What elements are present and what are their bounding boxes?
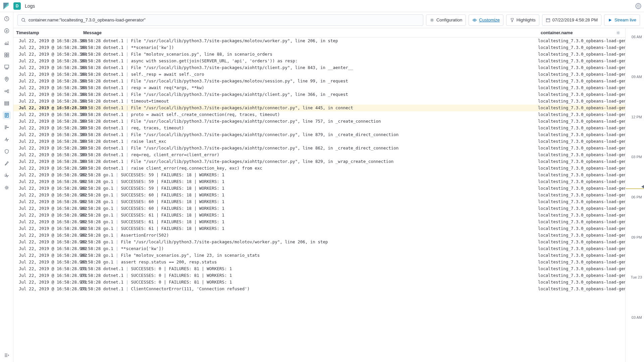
log-message: 20:58:28 dotnet.1 | ClientConnectorError… [80, 286, 538, 292]
log-message: 20:58:28 dotnet.1 | SUCCESSES: 0 | FAILU… [80, 279, 538, 285]
log-row[interactable]: Jul 22, 2019 @ 16:58:28.96220:58:28 go.1… [13, 185, 625, 192]
log-row[interactable]: Jul 22, 2019 @ 16:58:28.96220:58:28 go.1… [13, 219, 625, 225]
minimap-tick: 09 PM [631, 235, 642, 239]
log-row[interactable]: Jul 22, 2019 @ 16:58:28.36820:58:28 dotn… [13, 78, 625, 84]
sidebar-logs-icon[interactable] [3, 111, 11, 119]
sidebar-expand-icon[interactable] [3, 351, 11, 359]
log-row[interactable]: Jul 22, 2019 @ 16:58:28.36820:58:28 dotn… [13, 44, 625, 51]
log-row[interactable]: Jul 22, 2019 @ 16:58:28.97120:58:28 dotn… [13, 279, 625, 286]
sidebar-dashboard-icon[interactable] [3, 51, 11, 59]
log-container-name: localtesting_7.3.0_opbeans-load-gene… [538, 172, 625, 178]
space-badge[interactable]: D [13, 2, 21, 10]
highlights-button[interactable]: Highlights [506, 14, 539, 26]
log-row[interactable]: Jul 22, 2019 @ 16:58:28.97120:58:28 dotn… [13, 272, 625, 279]
log-row[interactable]: Jul 22, 2019 @ 16:58:28.36920:58:28 dotn… [13, 152, 625, 158]
help-icon[interactable] [635, 3, 641, 9]
column-settings-icon[interactable] [616, 31, 623, 35]
log-container-name: localtesting_7.3.0_opbeans-load-gene… [538, 192, 625, 198]
main-content: Configuration Customize Highlights 07/22… [13, 12, 644, 362]
log-row[interactable]: Jul 22, 2019 @ 16:58:28.96220:58:28 go.1… [13, 178, 625, 185]
minimap-tick: 06 PM [631, 195, 642, 199]
log-row[interactable]: Jul 22, 2019 @ 16:58:28.96220:58:28 go.1… [13, 232, 625, 239]
sidebar-siem-icon[interactable] [3, 147, 11, 156]
sidebar-maps-icon[interactable] [3, 75, 11, 83]
log-row[interactable]: Jul 22, 2019 @ 16:58:28.36820:58:28 dotn… [13, 64, 625, 71]
sidebar-visualize-icon[interactable] [3, 39, 11, 47]
log-container-name: localtesting_7.3.0_opbeans-load-gene… [538, 286, 625, 292]
log-container-name: localtesting_7.3.0_opbeans-load-gene… [538, 105, 625, 111]
log-row[interactable]: Jul 22, 2019 @ 16:58:28.97120:58:28 dotn… [13, 265, 625, 272]
search-input[interactable] [29, 17, 420, 22]
eye-icon [472, 18, 477, 22]
log-row[interactable]: Jul 22, 2019 @ 16:58:28.36920:58:28 dotn… [13, 111, 625, 118]
minimap-cursor-icon[interactable] [641, 185, 644, 188]
log-row[interactable]: Jul 22, 2019 @ 16:58:28.36920:58:28 dotn… [13, 125, 625, 131]
minimap-tick: 12 PM [631, 115, 642, 119]
log-row[interactable]: Jul 22, 2019 @ 16:58:28.36820:58:28 dotn… [13, 98, 625, 105]
log-row[interactable]: Jul 22, 2019 @ 16:58:28.36920:58:28 dotn… [13, 145, 625, 152]
log-row[interactable]: Jul 22, 2019 @ 16:58:28.36920:58:28 dotn… [13, 158, 625, 165]
log-row[interactable]: Jul 22, 2019 @ 16:58:28.36820:58:28 dotn… [13, 71, 625, 78]
log-timestamp: Jul 22, 2019 @ 16:58:28.962 [13, 199, 80, 205]
stream-live-button[interactable]: Stream live [604, 14, 640, 26]
sidebar-canvas-icon[interactable] [3, 63, 11, 71]
sidebar-infra-icon[interactable] [3, 99, 11, 107]
log-timestamp: Jul 22, 2019 @ 16:58:28.962 [13, 185, 80, 191]
col-container-name[interactable]: container.name [538, 28, 625, 37]
log-row[interactable]: Jul 22, 2019 @ 16:58:28.96220:58:28 go.1… [13, 239, 625, 245]
log-row[interactable]: Jul 22, 2019 @ 16:58:28.56920:58:28 dotn… [13, 165, 625, 172]
kibana-logo-icon[interactable] [3, 3, 9, 9]
log-table[interactable]: Timestamp Message container.name Jul 22,… [13, 28, 625, 362]
sidebar-monitoring-icon[interactable] [3, 172, 11, 180]
log-timestamp: Jul 22, 2019 @ 16:58:28.368 [13, 71, 80, 77]
log-row[interactable]: Jul 22, 2019 @ 16:58:28.96220:58:28 go.1… [13, 198, 625, 205]
breadcrumb[interactable]: Logs [25, 3, 35, 9]
log-row[interactable]: Jul 22, 2019 @ 16:58:28.36820:58:28 dotn… [13, 58, 625, 64]
log-row[interactable]: Jul 22, 2019 @ 16:58:28.36820:58:28 dotn… [13, 38, 625, 44]
log-row[interactable]: Jul 22, 2019 @ 16:58:28.96320:58:28 go.1… [13, 259, 625, 265]
log-container-name: localtesting_7.3.0_opbeans-load-gene… [538, 266, 625, 272]
log-message: 20:58:28 dotnet.1 | File "/usr/local/lib… [80, 38, 538, 44]
log-row[interactable]: Jul 22, 2019 @ 16:58:28.97120:58:28 dotn… [13, 286, 625, 292]
log-row[interactable]: Jul 22, 2019 @ 16:58:28.36920:58:28 dotn… [13, 138, 625, 145]
customize-button[interactable]: Customize [469, 14, 503, 26]
log-row[interactable]: Jul 22, 2019 @ 16:58:28.96220:58:28 go.1… [13, 245, 625, 252]
datetime-button[interactable]: 07/22/2019 4:58:28 PM [542, 14, 601, 26]
log-row[interactable]: Jul 22, 2019 @ 16:58:28.36820:58:28 dotn… [13, 84, 625, 91]
configuration-button[interactable]: Configuration [426, 14, 466, 26]
search-box[interactable] [17, 14, 423, 26]
sidebar-devtools-icon[interactable] [3, 160, 11, 168]
log-container-name: localtesting_7.3.0_opbeans-load-gene… [538, 185, 625, 191]
sidebar-ml-icon[interactable] [3, 87, 11, 95]
svg-point-20 [474, 19, 476, 21]
sidebar-apm-icon[interactable] [3, 123, 11, 131]
sidebar-management-icon[interactable] [3, 184, 11, 192]
svg-rect-21 [546, 18, 550, 22]
log-container-name: localtesting_7.3.0_opbeans-load-gene… [538, 246, 625, 252]
sidebar-recent-icon[interactable] [3, 15, 11, 23]
log-row[interactable]: Jul 22, 2019 @ 16:58:28.36820:58:28 dotn… [13, 91, 625, 98]
log-timestamp: Jul 22, 2019 @ 16:58:28.368 [13, 85, 80, 91]
col-timestamp[interactable]: Timestamp [13, 28, 80, 37]
sidebar-uptime-icon[interactable] [3, 135, 11, 143]
log-message: 20:58:28 go.1 | SUCCESSES: 59 | FAILURES… [80, 185, 538, 191]
log-row[interactable]: Jul 22, 2019 @ 16:58:28.36820:58:28 dotn… [13, 51, 625, 58]
datetime-label: 07/22/2019 4:58:28 PM [552, 17, 598, 22]
log-row[interactable]: Jul 22, 2019 @ 16:58:28.36920:58:28 dotn… [13, 131, 625, 138]
col-message[interactable]: Message [80, 28, 538, 37]
log-row[interactable]: Jul 22, 2019 @ 16:58:28.96220:58:28 go.1… [13, 192, 625, 198]
log-row[interactable]: Jul 22, 2019 @ 16:58:28.36920:58:28 dotn… [13, 105, 625, 111]
log-row[interactable]: Jul 22, 2019 @ 16:58:28.96220:58:28 go.1… [13, 252, 625, 259]
sidebar-discover-icon[interactable] [3, 27, 11, 35]
svg-point-9 [6, 78, 7, 79]
log-timestamp: Jul 22, 2019 @ 16:58:28.369 [13, 145, 80, 151]
log-row[interactable]: Jul 22, 2019 @ 16:58:28.96220:58:28 go.1… [13, 225, 625, 232]
svg-point-12 [7, 92, 9, 93]
log-row[interactable]: Jul 22, 2019 @ 16:58:28.36920:58:28 dotn… [13, 118, 625, 125]
log-row[interactable]: Jul 22, 2019 @ 16:58:28.96220:58:28 go.1… [13, 205, 625, 212]
log-row[interactable]: Jul 22, 2019 @ 16:58:28.96220:58:28 go.1… [13, 172, 625, 178]
log-row[interactable]: Jul 22, 2019 @ 16:58:28.96220:58:28 go.1… [13, 212, 625, 219]
minimap[interactable]: 06 AM09 AM12 PM03 PM06 PM09 PMTue 2303 A… [625, 28, 644, 362]
log-container-name: localtesting_7.3.0_opbeans-load-gene… [538, 259, 625, 265]
minimap-tick: 06 AM [632, 35, 642, 39]
